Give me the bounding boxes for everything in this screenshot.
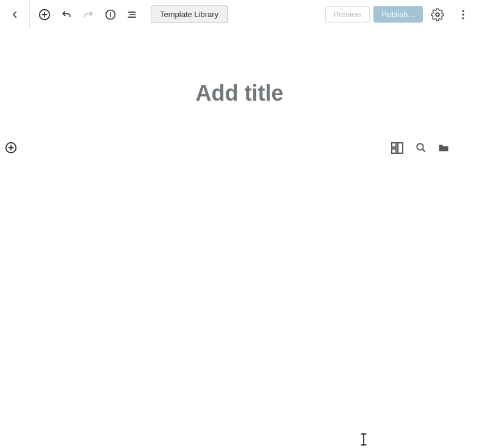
undo-button[interactable] [56,4,77,26]
undo-icon [60,9,73,21]
add-block-button[interactable] [2,139,20,156]
plus-circle-icon [38,8,51,21]
text-cursor-icon [360,433,367,446]
toolbar-left: Template Library [0,0,228,29]
back-button[interactable] [0,0,29,29]
more-options-button[interactable] [452,4,474,26]
preview-button: Preview [325,6,369,23]
gear-icon [431,8,444,21]
grid-layout-icon [390,140,405,155]
svg-rect-8 [392,149,396,153]
top-toolbar: Template Library Preview Publish... [0,0,479,29]
editor-row-toolbar-right [390,140,450,155]
outline-button[interactable] [121,4,143,26]
publish-button: Publish... [373,6,423,23]
svg-point-4 [462,13,464,15]
svg-rect-9 [398,143,403,153]
redo-button [77,4,99,26]
chevron-left-icon [9,9,20,20]
layout-button[interactable] [390,140,405,155]
divider [29,0,30,29]
svg-point-5 [462,17,464,19]
plus-circle-icon [4,141,18,154]
toolbar-right: Preview Publish... [325,4,474,26]
search-button[interactable] [416,142,427,153]
settings-button[interactable] [427,4,448,26]
add-button[interactable] [34,4,56,26]
title-area[interactable]: Add title [0,81,479,106]
svg-point-2 [110,12,111,13]
search-icon [416,142,427,153]
template-library-button[interactable]: Template Library [151,5,228,23]
list-icon [126,9,139,21]
info-icon [104,9,117,21]
info-button[interactable] [99,4,121,26]
svg-point-3 [462,10,464,12]
folder-icon [438,142,450,154]
folder-button[interactable] [438,142,450,154]
more-vertical-icon [457,9,469,21]
editor-row-toolbar [0,139,479,156]
text-cursor [360,433,367,446]
svg-rect-7 [392,143,396,147]
redo-icon [82,9,95,21]
title-placeholder[interactable]: Add title [0,81,479,106]
